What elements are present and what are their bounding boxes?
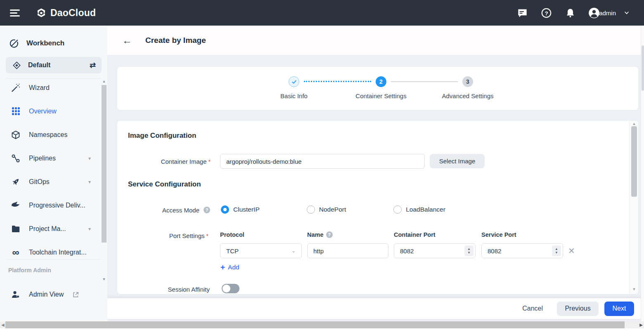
access-mode-label: Access Mode <box>117 207 199 214</box>
admin-user-icon <box>11 290 21 299</box>
step-container-settings-circle: 2 <box>376 76 386 87</box>
pipeline-icon <box>11 153 21 163</box>
session-affinity-toggle[interactable] <box>222 284 239 293</box>
sidebar-item-pipelines[interactable]: Pipelines ▾ <box>0 146 101 170</box>
radio-clusterip[interactable]: ClusterIP <box>221 205 260 214</box>
grid-dots-icon <box>11 106 21 116</box>
bottom-strip <box>0 328 644 330</box>
sidebar-divider <box>7 259 101 259</box>
remove-port-row-icon[interactable]: ✕ <box>568 246 575 256</box>
container-image-input[interactable] <box>220 154 425 169</box>
scroll-up-icon[interactable]: ▲ <box>630 122 638 126</box>
step-advanced-settings-circle: 3 <box>462 76 473 87</box>
app-root: DaoCloud ? admin <box>0 0 644 330</box>
workbench-icon <box>9 38 19 48</box>
switch-workspace-icon[interactable]: ⇄ <box>90 61 96 70</box>
radio-selected-icon <box>221 205 229 214</box>
access-mode-help-icon[interactable]: ? <box>204 207 210 213</box>
radio-icon <box>307 205 315 214</box>
sidebar-scrollbar[interactable]: ▲ ▼ <box>101 79 107 282</box>
scrollbar-thumb[interactable] <box>642 45 644 91</box>
image-configuration-title: Image Configuration <box>128 132 196 140</box>
sidebar-workbench-header[interactable]: Workbench <box>0 35 107 52</box>
stepper-connector-dotted <box>304 81 371 82</box>
scroll-up-icon[interactable]: ▲ <box>101 79 107 83</box>
scroll-left-icon[interactable]: ◀ <box>1 323 5 327</box>
container-port-input[interactable] <box>394 243 476 258</box>
add-port-button[interactable]: + Add <box>220 263 239 272</box>
form-card: Image Configuration Container Image* Sel… <box>117 121 638 294</box>
chevron-down-icon: ▾ <box>88 179 91 185</box>
protocol-select[interactable]: TCP ⌄ <box>220 243 302 258</box>
page-titlebar: ← Create by Image <box>107 26 644 55</box>
select-image-button[interactable]: Select Image <box>430 154 485 168</box>
radio-icon <box>393 205 402 214</box>
workspace-icon <box>12 60 21 70</box>
port-row: TCP ⌄ ▲▼ ▲▼ ✕ <box>117 243 638 258</box>
sidebar-item-progressive-delivery[interactable]: Progressive Deliv... <box>0 193 101 217</box>
port-name-input[interactable] <box>307 243 388 258</box>
column-name: Name? <box>307 231 333 238</box>
page-title: Create by Image <box>145 36 206 45</box>
window-horizontal-scrollbar[interactable]: ◀ ▶ <box>0 321 644 328</box>
session-affinity-label: Session Affinity <box>117 286 210 293</box>
step-basic-info-circle <box>289 76 299 87</box>
platform-admin-section-label: Platform Admin <box>8 267 51 273</box>
scrollbar-thumb[interactable] <box>5 321 625 328</box>
sidebar-item-wizard[interactable]: Wizard <box>0 76 101 99</box>
wand-icon <box>11 83 21 93</box>
step-label-container-settings: Container Settings <box>336 92 426 99</box>
folder-icon <box>11 224 21 234</box>
workbench-label: Workbench <box>26 39 64 47</box>
user-menu[interactable]: admin <box>588 7 632 19</box>
brand: DaoCloud <box>36 7 96 19</box>
sidebar-item-admin-view[interactable]: Admin View <box>0 286 101 303</box>
port-settings-label: Port Settings* <box>117 232 208 239</box>
sidebar-item-toolchain[interactable]: ∞ Toolchain Integrat... <box>0 240 101 264</box>
scroll-down-icon[interactable]: ▼ <box>101 277 107 281</box>
top-header: DaoCloud ? admin <box>0 0 644 26</box>
window-vertical-scrollbar[interactable] <box>641 26 644 321</box>
sidebar-item-project-management[interactable]: Project Ma... ▾ <box>0 217 101 240</box>
container-image-label: Container Image* <box>117 158 211 165</box>
radio-nodeport[interactable]: NodePort <box>307 205 346 214</box>
sidebar-item-namespaces[interactable]: Namespaces <box>0 123 101 146</box>
scroll-right-icon[interactable]: ▶ <box>639 323 643 327</box>
stepper-connector-solid <box>391 81 458 82</box>
sidebar-menu: Wizard Overview Namespaces Pipelines ▾ <box>0 76 101 264</box>
column-service-port: Service Port <box>481 231 516 238</box>
username-label: admin <box>599 9 616 16</box>
required-asterisk: * <box>208 158 211 165</box>
sidebar-item-gitops[interactable]: GitOps ▾ <box>0 170 101 193</box>
service-port-input[interactable] <box>481 243 563 258</box>
check-icon <box>291 78 298 85</box>
scroll-down-icon[interactable]: ▼ <box>630 287 638 291</box>
notifications-bell-icon[interactable] <box>564 7 576 19</box>
access-mode-radio-group: ClusterIP NodePort LoadBalancer <box>221 205 445 214</box>
service-configuration-title: Service Configuration <box>128 180 201 189</box>
infinity-icon: ∞ <box>11 248 21 257</box>
step-label-basic-info: Basic Info <box>249 92 339 99</box>
form-scrollbar[interactable]: ▲ ▼ <box>629 121 638 294</box>
number-stepper[interactable]: ▲▼ <box>552 245 561 256</box>
radio-loadbalancer[interactable]: LoadBalancer <box>393 205 445 214</box>
next-button[interactable]: Next <box>604 302 634 316</box>
help-icon[interactable]: ? <box>540 7 552 19</box>
scrollbar-thumb[interactable] <box>631 126 637 197</box>
column-container-port: Container Port <box>394 231 436 238</box>
workspace-selector[interactable]: Default ⇄ <box>6 57 102 73</box>
cancel-button[interactable]: Cancel <box>522 305 543 312</box>
required-asterisk: * <box>206 233 208 239</box>
brand-name: DaoCloud <box>50 7 96 19</box>
previous-button[interactable]: Previous <box>557 302 599 316</box>
chevron-down-icon: ▾ <box>88 156 91 161</box>
name-help-icon[interactable]: ? <box>326 231 333 238</box>
external-link-icon <box>72 291 79 298</box>
rocket-icon <box>11 177 21 187</box>
number-stepper[interactable]: ▲▼ <box>464 245 474 256</box>
messages-icon[interactable] <box>516 7 528 19</box>
hamburger-menu-icon[interactable] <box>10 8 20 18</box>
sidebar-item-overview[interactable]: Overview <box>0 99 101 123</box>
back-arrow-icon[interactable]: ← <box>122 35 132 46</box>
scrollbar-thumb[interactable] <box>102 85 107 243</box>
